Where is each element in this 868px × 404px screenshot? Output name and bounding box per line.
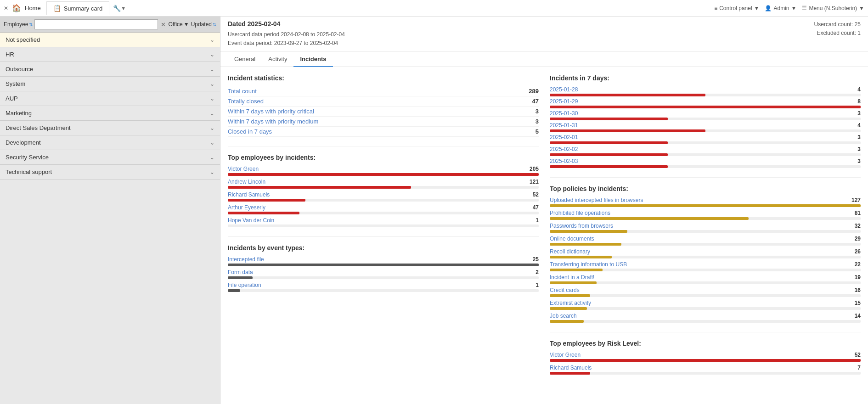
event-type-row: Intercepted file 25 (228, 256, 539, 266)
dropdown-icon[interactable]: ▼ (121, 6, 126, 11)
employee-name: Hope Van der Coin (228, 217, 274, 224)
employee-value: 47 (533, 204, 539, 211)
control-panel-btn[interactable]: ≡ Control panel ▼ (714, 5, 759, 11)
sidebar-section-header-security-service[interactable]: Security Service⌄ (0, 150, 220, 164)
incidents-7days-rows: 2025-01-28 4 2025-01-29 8 2025-01-30 3 2… (550, 86, 861, 168)
bar-fill (550, 281, 597, 284)
home-icon: 🏠 (12, 4, 21, 12)
bar-track (228, 264, 539, 266)
tab-doc-icon: 📋 (53, 5, 61, 12)
day-label: 2025-02-02 (550, 146, 578, 152)
policy-bar-row: Job search 14 (550, 313, 861, 323)
bar-fill (228, 264, 539, 266)
sidebar-section-header-development[interactable]: Development⌄ (0, 135, 220, 150)
bar-track (550, 281, 861, 284)
employee-bar-row: Victor Green 205 (228, 166, 539, 176)
main-layout: Employee ⇅ ✕ Office ▼ Updated ⇅ Not spec… (0, 17, 868, 404)
top-risk-block: Top employees by Risk Level: Victor Gree… (550, 340, 861, 375)
policy-bar-row: Uploaded intercepted files in browsers 1… (550, 197, 861, 207)
excluded-count: Excluded count: 1 (814, 29, 861, 38)
sidebar-section-development: Development⌄ (0, 135, 220, 150)
bar-track (550, 307, 861, 310)
day-label: 2025-01-29 (550, 98, 578, 105)
home-label[interactable]: Home (25, 5, 41, 11)
topbar-center: 📋 Summary card 🔧 ▼ (41, 1, 715, 15)
tab-activity[interactable]: Activity (262, 52, 293, 67)
top-employees-block: Top employees by incidents: Victor Green… (228, 154, 539, 227)
sidebar-section-header-technical-support[interactable]: Technical support⌄ (0, 165, 220, 179)
employee-name: Andrew Lincoln (228, 179, 265, 185)
bar-fill (550, 269, 603, 271)
bar-fill (550, 256, 612, 258)
admin-btn[interactable]: 👤 Admin ▼ (765, 5, 796, 11)
employee-bar-row: Richard Samuels 52 (228, 191, 539, 202)
risk-employee-name: Richard Samuels (550, 365, 592, 371)
stat-label: Within 7 days with priority critical (228, 108, 314, 115)
day-row: 2025-02-02 3 (550, 146, 861, 156)
tools-icon[interactable]: 🔧 (113, 5, 121, 12)
employee-search-input[interactable] (34, 19, 158, 29)
office-filter-btn[interactable]: Office ▼ (169, 21, 189, 28)
tab-general[interactable]: General (228, 52, 262, 67)
top-risk-rows: Victor Green 52 Richard Samuels 7 (550, 352, 861, 375)
stat-value: 289 (520, 88, 539, 95)
bar-fill (550, 141, 668, 144)
bar-fill (550, 320, 584, 323)
menu-label: Menu (N.Suhoterin) (809, 5, 857, 11)
employee-filter-label: Employee ⇅ (4, 21, 33, 28)
policy-name: Recoil dictionary (550, 248, 590, 255)
sidebar-section-header-marketing[interactable]: Marketing⌄ (0, 106, 220, 120)
sidebar-section-label-development: Development (6, 139, 41, 146)
policy-bar-row: Prohibited file operations 81 (550, 210, 861, 220)
policy-bar-row: Online documents 29 (550, 236, 861, 246)
policy-value: 26 (855, 248, 861, 255)
sidebar-section-label-hr: HR (6, 51, 14, 58)
clear-filter-btn[interactable]: ✕ (160, 21, 167, 28)
stat-label: Total count (228, 88, 257, 95)
sidebar-section-security-service: Security Service⌄ (0, 150, 220, 165)
policy-value: 127 (851, 197, 861, 203)
sidebar-section-label-direct-sales: Direct Sales Department (6, 124, 71, 131)
risk-employee-value: 52 (855, 352, 861, 358)
policy-name: Prohibited file operations (550, 210, 610, 216)
sidebar-section-marketing: Marketing⌄ (0, 106, 220, 121)
close-icon[interactable]: ✕ (4, 5, 8, 11)
policy-name: Job search (550, 313, 577, 319)
bar-track (550, 359, 861, 362)
policy-value: 81 (855, 210, 861, 216)
day-row: 2025-01-31 4 (550, 122, 861, 132)
policy-name: Passwords from browsers (550, 223, 613, 229)
menu-btn[interactable]: ☰ Menu (N.Suhoterin) ▼ (802, 5, 864, 11)
bar-fill (228, 212, 299, 214)
policy-value: 15 (855, 300, 861, 306)
sidebar-filter: Employee ⇅ ✕ Office ▼ Updated ⇅ (0, 17, 220, 33)
bar-fill (550, 129, 705, 132)
admin-label: Admin (773, 5, 789, 11)
sidebar-section-header-outsource[interactable]: Outsource⌄ (0, 62, 220, 76)
bar-fill (550, 153, 668, 156)
bar-track (550, 256, 861, 258)
bar-track (550, 94, 861, 96)
sidebar-section-header-hr[interactable]: HR⌄ (0, 47, 220, 62)
sidebar-section-header-direct-sales[interactable]: Direct Sales Department⌄ (0, 121, 220, 135)
bar-fill (228, 173, 539, 176)
employee-value: 1 (535, 217, 539, 224)
summary-card-tab[interactable]: 📋 Summary card (46, 1, 110, 15)
usercard-count: Usercard count: 25 (814, 20, 861, 29)
bar-track (550, 269, 861, 271)
bar-fill (550, 217, 749, 220)
sidebar-section-header-not-specified[interactable]: Not specified⌄ (0, 33, 220, 47)
sidebar-section-header-system[interactable]: System⌄ (0, 77, 220, 91)
policy-value: 19 (855, 274, 861, 281)
menu-chevron: ▼ (859, 5, 864, 11)
stat-label: Totally closed (228, 98, 264, 105)
tab-incidents[interactable]: Incidents (293, 52, 333, 67)
event-type-value: 2 (535, 269, 539, 275)
updated-filter-btn[interactable]: Updated ⇅ (191, 21, 216, 28)
bar-track (550, 141, 861, 144)
policy-value: 16 (855, 287, 861, 293)
incidents-columns: Incident statistics: Total count289Total… (228, 74, 861, 384)
chevron-down-icon: ⌄ (210, 154, 214, 161)
day-row: 2025-02-01 3 (550, 134, 861, 144)
sidebar-section-header-aup[interactable]: AUP⌄ (0, 91, 220, 106)
